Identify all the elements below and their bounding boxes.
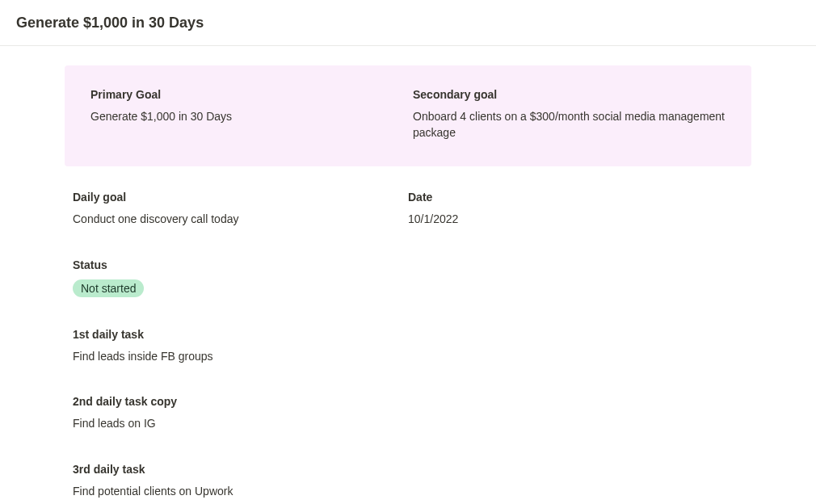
secondary-goal-col: Secondary goal Onboard 4 clients on a $3…	[403, 88, 726, 141]
status-badge: Not started	[73, 279, 144, 297]
secondary-goal-label: Secondary goal	[413, 88, 726, 101]
daily-row: Daily goal Conduct one discovery call to…	[73, 191, 743, 228]
daily-goal-label: Daily goal	[73, 191, 408, 204]
second-task-block: 2nd daily task copy Find leads on IG	[73, 395, 743, 432]
content-area: Primary Goal Generate $1,000 in 30 Days …	[0, 46, 816, 500]
goals-panel: Primary Goal Generate $1,000 in 30 Days …	[65, 65, 751, 166]
first-task-block: 1st daily task Find leads inside FB grou…	[73, 328, 743, 365]
date-col: Date 10/1/2022	[408, 191, 743, 228]
status-label: Status	[73, 258, 743, 271]
third-task-label: 3rd daily task	[73, 463, 743, 476]
secondary-goal-value: Onboard 4 clients on a $300/month social…	[413, 109, 726, 141]
second-task-value: Find leads on IG	[73, 416, 743, 432]
daily-goal-col: Daily goal Conduct one discovery call to…	[73, 191, 408, 228]
second-task-label: 2nd daily task copy	[73, 395, 743, 408]
third-task-block: 3rd daily task Find potential clients on…	[73, 463, 743, 500]
primary-goal-value: Generate $1,000 in 30 Days	[90, 109, 403, 125]
status-value-wrap: Not started	[73, 279, 743, 297]
daily-goal-value: Conduct one discovery call today	[73, 212, 408, 228]
first-task-label: 1st daily task	[73, 328, 743, 341]
primary-goal-label: Primary Goal	[90, 88, 403, 101]
primary-goal-col: Primary Goal Generate $1,000 in 30 Days	[90, 88, 403, 141]
third-task-value: Find potential clients on Upwork	[73, 484, 743, 500]
date-value: 10/1/2022	[408, 212, 743, 228]
first-task-value: Find leads inside FB groups	[73, 349, 743, 365]
date-label: Date	[408, 191, 743, 204]
page-title: Generate $1,000 in 30 Days	[16, 15, 800, 32]
page-header: Generate $1,000 in 30 Days	[0, 0, 816, 46]
status-block: Status Not started	[73, 258, 743, 297]
details-section: Daily goal Conduct one discovery call to…	[65, 166, 751, 499]
